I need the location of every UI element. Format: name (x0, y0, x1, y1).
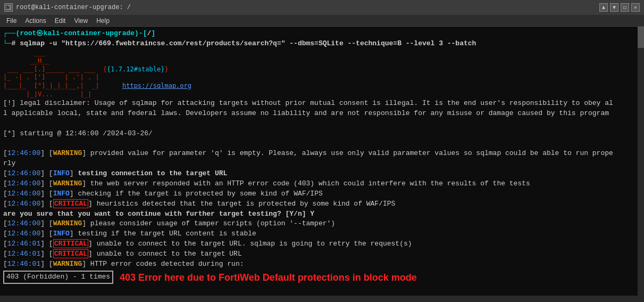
scrollbar-thumb-vertical (638, 27, 644, 48)
svg-rect-1 (6, 6, 9, 6)
log-line-5: [12:46:00] [CRITICAL] heuristics detecte… (3, 199, 641, 209)
log-line-7: [12:46:00] [INFO] testing if the target … (3, 229, 641, 239)
sqlmap-url: https://sqlmap.org (122, 82, 191, 89)
version-badge: {1.7.12#stable} (107, 66, 164, 73)
restore-button[interactable]: ▼ (610, 3, 618, 12)
menu-file[interactable]: File (2, 16, 21, 26)
starting-line: [*] starting @ 12:46:00 /2024-03-26/ (3, 129, 641, 139)
svg-rect-2 (6, 7, 10, 7)
menu-view[interactable]: View (70, 16, 92, 26)
disclaimer-line: [!] legal disclaimer: Usage of sqlmap fo… (3, 99, 641, 119)
log-line-2: [12:46:00] [INFO] testing connection to … (3, 169, 641, 179)
svg-rect-3 (6, 8, 9, 9)
prompt-line: ┌──(root㉿kali-container-upgrade)-[/] └─#… (3, 29, 641, 49)
minimize-button[interactable]: ▲ (599, 3, 608, 12)
scrollbar-horizontal[interactable] (0, 296, 638, 302)
menu-bar: File Actions Edit View Help (0, 15, 644, 27)
window-title: root@kali-container-upgrade: / (16, 4, 131, 11)
terminal-icon (4, 3, 13, 12)
command-text: # sqlmap -u "https://669.fwebtraincse.co… (12, 39, 476, 47)
log-line-6: [12:46:00] [WARNING] please consider usa… (3, 219, 641, 229)
log-line-confirm: are you sure that you want to continue w… (3, 209, 641, 219)
main-window: root@kali-container-upgrade: / ▲ ▼ ◻ ✕ F… (0, 0, 644, 302)
blank-line-3 (3, 284, 641, 295)
window-controls: ▲ ▼ ◻ ✕ (599, 3, 640, 12)
blank-line-1 (3, 119, 641, 129)
maximize-button[interactable]: ◻ (621, 3, 629, 12)
log-line-8: [12:46:01] [CRITICAL] unable to connect … (3, 239, 641, 249)
error-box: 403 (Forbidden) - 1 times (3, 271, 113, 284)
log-line-10: [12:46:01] [WARNING] HTTP error codes de… (3, 259, 641, 270)
log-line-9: [12:46:01] [CRITICAL] unable to connect … (3, 249, 641, 259)
menu-help[interactable]: Help (92, 16, 114, 26)
scrollbar-vertical[interactable] (638, 27, 644, 302)
error-box-text: 403 (Forbidden) - 1 times (6, 273, 110, 281)
log-line-4: [12:46:00] [INFO] checking if the target… (3, 189, 641, 199)
close-button[interactable]: ✕ (631, 3, 640, 12)
log-line-1: [12:46:00] [WARNING] provided value for … (3, 149, 641, 169)
prompt-user: ┌──(root㉿kali-container-upgrade)-[/] (3, 29, 155, 37)
annotation-text: 403 Error here due to FortiWeb Default p… (120, 271, 417, 284)
log-line-3: [12:46:00] [WARNING] the web server resp… (3, 179, 641, 189)
blank-line-2 (3, 139, 641, 149)
annotation-line: 403 (Forbidden) - 1 times 403 Error here… (3, 271, 641, 284)
menu-edit[interactable]: Edit (51, 16, 70, 26)
menu-actions[interactable]: Actions (21, 16, 50, 26)
sqlmap-logo: ___ __H__ ___ ___[.]_____ ___ ___ {{1.7.… (3, 49, 641, 99)
title-bar: root@kali-container-upgrade: / ▲ ▼ ◻ ✕ (0, 0, 644, 15)
terminal-output[interactable]: ┌──(root㉿kali-container-upgrade)-[/] └─#… (0, 27, 644, 302)
prompt-arrow: └─ (3, 39, 12, 47)
title-bar-left: root@kali-container-upgrade: / (4, 3, 131, 12)
